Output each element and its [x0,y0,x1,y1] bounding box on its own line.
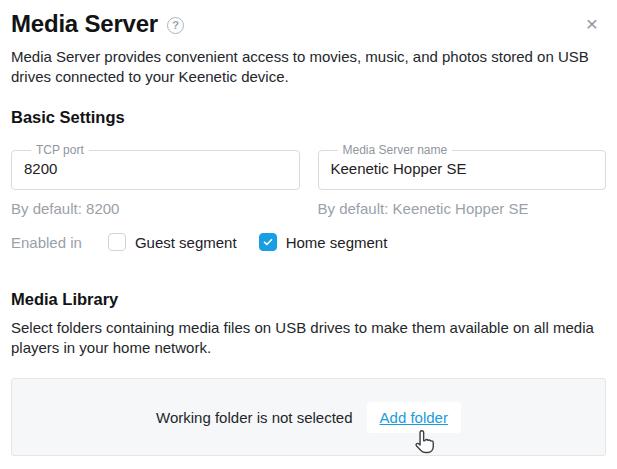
dialog-header: Media Server ? × [11,10,606,38]
tcp-port-default-hint: By default: 8200 [11,199,300,219]
basic-settings-fields: TCP port Media Server name By default: 8… [11,143,606,219]
guest-segment-label: Guest segment [135,234,237,251]
add-folder-link[interactable]: Add folder [380,409,448,426]
media-server-name-input[interactable] [331,157,594,179]
checkbox-home-segment[interactable]: Home segment [259,233,388,251]
tcp-port-input[interactable] [24,157,287,179]
tcp-port-field: TCP port [11,143,300,190]
page-title: Media Server [11,10,158,38]
tcp-port-label: TCP port [31,143,89,157]
home-segment-label: Home segment [286,234,388,251]
media-server-dialog: Media Server ? × Media Server provides c… [0,0,617,469]
guest-segment-checkbox-icon[interactable] [108,233,126,251]
mouse-pointer-icon [410,429,435,459]
media-server-name-default-hint: By default: Keenetic Hopper SE [318,199,607,219]
add-folder-hover-highlight: Add folder [367,402,461,433]
media-server-name-label: Media Server name [338,143,453,157]
basic-settings-heading: Basic Settings [11,107,606,127]
media-library-heading: Media Library [11,289,606,309]
media-server-name-field: Media Server name [318,143,607,190]
enabled-in-label: Enabled in [11,234,82,251]
media-library-description: Select folders containing media files on… [11,318,605,358]
close-icon[interactable]: × [581,13,603,35]
help-icon[interactable]: ? [167,17,184,34]
home-segment-checkbox-icon[interactable] [259,233,277,251]
dialog-description: Media Server provides convenient access … [11,47,605,87]
checkbox-guest-segment[interactable]: Guest segment [108,233,237,251]
working-folder-status: Working folder is not selected [156,409,353,426]
check-icon [262,236,274,248]
enabled-in-row: Enabled in Guest segment Home segment [11,233,606,251]
media-library-panel: Working folder is not selected Add folde… [11,378,606,456]
